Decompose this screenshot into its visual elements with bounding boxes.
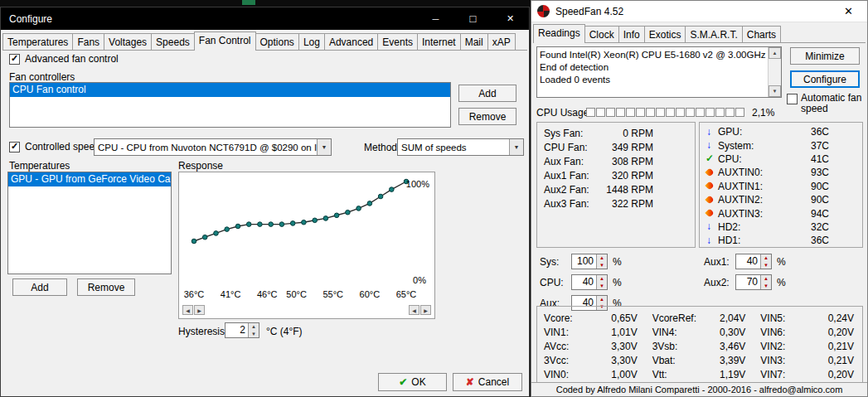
tab[interactable]: Fan Control [194, 31, 256, 51]
tab[interactable]: Exotics [644, 26, 686, 42]
chart-scroll-left-button[interactable] [409, 305, 419, 315]
advanced-fan-control-checkbox[interactable] [9, 54, 20, 65]
scroll-down-button[interactable] [769, 85, 781, 97]
spinner-up-icon[interactable]: ▲ [597, 296, 607, 303]
automatic-fan-speed-checkbox[interactable] [787, 94, 798, 104]
chevron-down-icon[interactable] [317, 139, 331, 155]
configure-titlebar[interactable]: Configure [1, 7, 529, 30]
response-point[interactable] [378, 194, 383, 199]
log-box[interactable]: Found Intel(R) Xeon(R) CPU E5-1680 v2 @ … [536, 46, 782, 98]
minimize-app-button[interactable]: Minimize [790, 47, 860, 65]
tab[interactable]: Internet [417, 33, 461, 50]
response-point[interactable] [346, 210, 351, 215]
response-point[interactable] [334, 213, 339, 218]
response-point[interactable] [202, 235, 207, 240]
speed-value[interactable]: 40 [736, 254, 760, 269]
tab[interactable]: Options [255, 33, 299, 50]
tab[interactable]: Temperatures [2, 33, 73, 50]
response-point[interactable] [258, 222, 263, 227]
temperatures-list[interactable]: GPU - GPU from GeForce Video Card @ [7, 172, 172, 274]
speed-field[interactable]: 40 ▲▼ [735, 254, 772, 269]
fan-row: Aux Fan: 308 RPM [537, 154, 695, 168]
tab[interactable]: Clock [584, 26, 619, 42]
tab[interactable]: Speeds [151, 33, 195, 50]
spinner-down-icon[interactable]: ▼ [597, 262, 607, 269]
speed-field[interactable]: 100 ▲▼ [571, 254, 608, 269]
spinner-up-icon[interactable]: ▲ [761, 254, 771, 262]
speed-field[interactable]: 40 ▲▼ [571, 274, 608, 290]
response-point[interactable] [235, 224, 240, 229]
spinner-down-icon[interactable]: ▼ [761, 283, 771, 290]
spinner-up-icon[interactable]: ▲ [761, 275, 771, 283]
chevron-down-icon[interactable] [509, 139, 523, 155]
spinner-up-icon[interactable]: ▲ [249, 323, 259, 331]
tab[interactable]: Readings [533, 24, 585, 43]
speed-spinner[interactable]: ▲▼ [760, 275, 771, 289]
remove-temperature-button[interactable]: Remove [77, 278, 135, 296]
speed-value[interactable]: 100 [572, 254, 596, 269]
tab[interactable]: Advanced [324, 33, 378, 50]
spinner-up-icon[interactable]: ▲ [597, 275, 607, 283]
hysteresis-value[interactable]: 2 [225, 323, 248, 337]
speed-field[interactable]: 70 ▲▼ [735, 274, 772, 290]
ok-button[interactable]: OK [378, 373, 447, 391]
list-item[interactable]: GPU - GPU from GeForce Video Card @ [8, 172, 171, 186]
response-point[interactable] [269, 222, 274, 227]
controlled-speed-checkbox[interactable] [9, 142, 20, 153]
chart-scroll-right-button[interactable] [420, 305, 431, 315]
controlled-speed-combo[interactable]: CPU - CPU from Nuvoton NCT6791D @ $0290 … [94, 138, 332, 156]
hysteresis-field[interactable]: 2 ▲▼ [225, 322, 259, 338]
response-point[interactable] [290, 221, 295, 226]
spinner-down-icon[interactable]: ▼ [597, 283, 607, 290]
fan-controllers-list[interactable]: CPU Fan control [9, 82, 451, 128]
hysteresis-spinner[interactable]: ▲▼ [248, 323, 259, 337]
close-button[interactable] [830, 1, 867, 22]
add-temperature-button[interactable]: Add [12, 278, 67, 296]
response-point[interactable] [214, 231, 219, 236]
response-point[interactable] [313, 218, 318, 223]
tab[interactable]: S.M.A.R.T. [685, 26, 742, 42]
tab[interactable]: Voltages [104, 33, 152, 50]
log-scrollbar[interactable] [768, 47, 781, 97]
response-point[interactable] [225, 227, 230, 232]
response-point[interactable] [192, 239, 196, 244]
scroll-up-button[interactable] [769, 47, 781, 59]
maximize-button[interactable] [454, 7, 492, 30]
add-fan-controller-button[interactable]: Add [458, 85, 516, 102]
tab[interactable]: Info [618, 26, 645, 42]
response-point[interactable] [367, 201, 372, 206]
tab[interactable]: Charts [742, 26, 781, 42]
minimize-button[interactable] [417, 7, 454, 30]
speedfan-titlebar[interactable]: SpeedFan 4.52 [531, 1, 867, 22]
speed-spinner[interactable]: ▲▼ [596, 254, 607, 269]
tab[interactable]: Events [377, 33, 418, 50]
remove-fan-controller-button[interactable]: Remove [458, 108, 516, 125]
speed-value[interactable]: 70 [736, 275, 760, 289]
cancel-button[interactable]: Cancel [453, 373, 522, 391]
response-point[interactable] [302, 220, 307, 225]
spinner-up-icon[interactable]: ▲ [597, 254, 607, 262]
hysteresis-label: Hysteresis [178, 326, 225, 337]
close-button[interactable] [492, 7, 529, 30]
response-point[interactable] [356, 206, 361, 211]
chart-scroll-left-button[interactable] [182, 305, 193, 315]
speed-spinner[interactable]: ▲▼ [596, 275, 607, 289]
tab[interactable]: Log [298, 33, 325, 50]
spinner-down-icon[interactable]: ▼ [249, 331, 259, 338]
configure-app-button[interactable]: Configure [790, 70, 860, 88]
temperatures-label: Temperatures [9, 160, 70, 172]
response-plot[interactable] [191, 177, 410, 285]
speed-value[interactable]: 40 [572, 275, 596, 289]
tab[interactable]: Fans [72, 33, 104, 50]
tab[interactable]: Mail [460, 33, 488, 50]
chart-scroll-right-button[interactable] [194, 305, 205, 315]
response-point[interactable] [246, 222, 251, 227]
response-point[interactable] [279, 222, 284, 227]
tab[interactable]: xAP [487, 33, 516, 50]
speed-spinner[interactable]: ▲▼ [760, 254, 771, 269]
spinner-down-icon[interactable]: ▼ [761, 262, 771, 269]
response-point[interactable] [390, 187, 395, 192]
list-item[interactable]: CPU Fan control [10, 83, 450, 97]
method-combo[interactable]: SUM of speeds [397, 138, 524, 156]
response-point[interactable] [323, 216, 328, 221]
